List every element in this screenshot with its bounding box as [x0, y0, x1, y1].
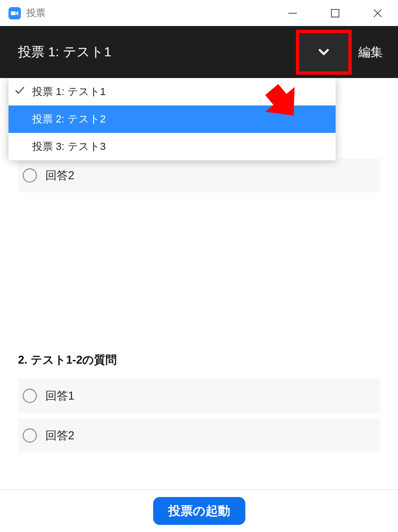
window-maximize-button[interactable] — [328, 6, 342, 20]
poll-header: 投票 1: テスト1 編集 — [0, 26, 398, 78]
question-title: 2. テスト1-2の質問 — [18, 352, 380, 367]
answer-option[interactable]: 回答2 — [18, 158, 380, 192]
answer-label: 回答2 — [45, 168, 74, 183]
question-block: 2. テスト1-2の質問 回答1 回答2 — [0, 352, 398, 453]
dropdown-item-poll-3[interactable]: 投票 3: テスト3 — [9, 133, 336, 160]
zoom-app-icon — [9, 7, 21, 19]
window-title: 投票 — [26, 7, 286, 19]
current-poll-title: 投票 1: テスト1 — [18, 43, 296, 61]
radio-icon — [23, 168, 37, 183]
launch-poll-button[interactable]: 投票の起動 — [153, 497, 245, 525]
poll-dropdown-trigger[interactable] — [296, 30, 352, 75]
svg-rect-0 — [11, 11, 16, 15]
window-titlebar: 投票 — [0, 0, 398, 26]
window-close-button[interactable] — [371, 6, 385, 20]
dropdown-item-label: 投票 2: テスト2 — [32, 112, 106, 126]
radio-icon — [23, 428, 37, 443]
footer-bar: 投票の起動 — [0, 489, 398, 532]
answer-option[interactable]: 回答1 — [18, 379, 380, 413]
radio-icon — [23, 389, 37, 403]
svg-marker-5 — [261, 81, 304, 124]
annotation-arrow-icon — [261, 81, 304, 126]
dropdown-item-label: 投票 1: テスト1 — [32, 85, 106, 99]
dropdown-item-label: 投票 3: テスト3 — [32, 140, 106, 154]
edit-poll-link[interactable]: 編集 — [358, 44, 383, 61]
answer-label: 回答1 — [45, 388, 74, 403]
window-minimize-button[interactable] — [286, 6, 300, 20]
answer-option[interactable]: 回答2 — [18, 419, 380, 453]
chevron-down-icon — [316, 44, 332, 60]
svg-rect-2 — [331, 9, 339, 17]
check-icon — [14, 85, 26, 99]
answer-label: 回答2 — [45, 428, 74, 443]
